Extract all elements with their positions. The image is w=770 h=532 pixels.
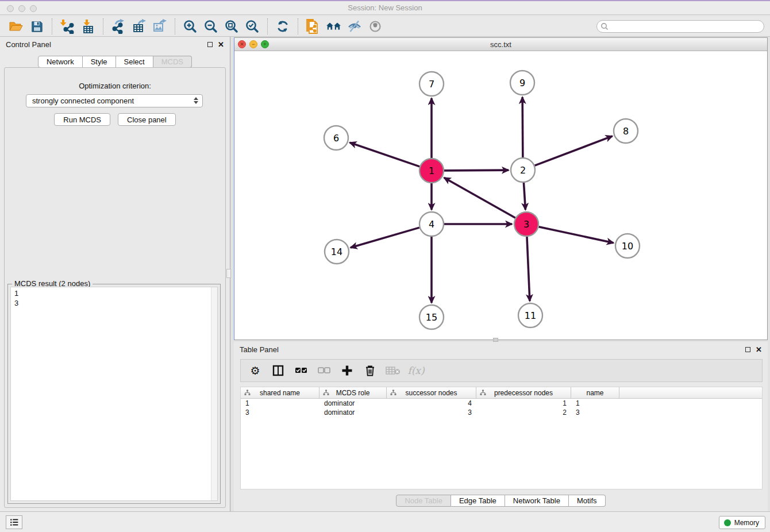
run-mcds-button[interactable]: Run MCDS — [54, 113, 110, 126]
tab-mcds[interactable]: MCDS — [153, 56, 192, 68]
network-canvas[interactable]: 7968124314101511 — [234, 51, 767, 340]
column-type-icon — [323, 390, 329, 396]
table-cell[interactable]: 3 — [241, 408, 319, 417]
table-row[interactable]: 3dominator323 — [241, 408, 762, 417]
network-frame-titlebar[interactable]: ✕ − + scc.txt — [234, 38, 767, 51]
graph-edge-2-8[interactable] — [535, 136, 613, 165]
unchecked-boxes-icon — [318, 367, 330, 375]
show-columns-button[interactable] — [270, 362, 287, 379]
export-network-icon — [111, 19, 126, 34]
tab-motifs[interactable]: Motifs — [569, 495, 606, 507]
memory-button[interactable]: Memory — [719, 516, 765, 529]
export-image-icon — [152, 19, 167, 34]
table-row[interactable]: 1dominator411 — [241, 399, 762, 408]
graph-node-4[interactable]: 4 — [419, 212, 444, 236]
table-cell[interactable]: dominator — [319, 408, 387, 417]
minimize-window-button[interactable] — [18, 5, 25, 12]
frame-maximize-button[interactable]: + — [261, 40, 269, 48]
zoom-in-button[interactable] — [180, 18, 201, 35]
select-all-columns-button[interactable] — [292, 362, 310, 379]
import-network-button[interactable] — [57, 18, 78, 35]
export-network-button[interactable] — [108, 18, 129, 35]
graph-node-11[interactable]: 11 — [518, 303, 542, 327]
graph-node-8[interactable]: 8 — [614, 119, 638, 143]
column-header-name[interactable]: name — [571, 387, 619, 398]
tab-edge-table[interactable]: Edge Table — [451, 495, 505, 507]
graph-edge-2-9[interactable] — [522, 97, 523, 157]
graph-edge-2-3[interactable] — [523, 183, 525, 210]
close-panel-button[interactable]: Close panel — [118, 113, 176, 126]
zoom-selected-button[interactable] — [242, 18, 263, 35]
table-cell[interactable]: 2 — [476, 408, 571, 417]
column-header-successor-nodes[interactable]: successor nodes — [387, 387, 476, 398]
graph-edge-3-1[interactable] — [444, 178, 515, 218]
close-panel-icon[interactable]: ✕ — [756, 346, 762, 353]
vertical-splitter-handle[interactable] — [226, 269, 231, 278]
export-image-button[interactable] — [149, 18, 170, 35]
tab-network[interactable]: Network — [38, 56, 83, 68]
tab-node-table[interactable]: Node Table — [396, 495, 451, 507]
column-header-predecessor-nodes[interactable]: predecessor nodes — [476, 387, 571, 398]
result-scrollbar[interactable] — [211, 287, 217, 500]
graph-edge-3-11[interactable] — [527, 237, 530, 301]
deselect-all-columns-button[interactable] — [315, 362, 333, 379]
table-panel-header: Table Panel ✕ — [234, 342, 768, 357]
table-cell[interactable]: 1 — [476, 399, 571, 408]
search-input[interactable] — [596, 20, 764, 33]
column-header-shared-name[interactable]: shared name — [241, 387, 319, 398]
table-settings-button[interactable]: ⚙ — [247, 362, 264, 379]
horizontal-splitter-handle[interactable] — [493, 338, 498, 342]
graph-node-6[interactable]: 6 — [324, 126, 348, 150]
optimization-criterion-select[interactable]: strongly connected component — [26, 94, 203, 107]
apply-layout-button[interactable] — [324, 18, 344, 35]
float-panel-icon[interactable] — [207, 42, 213, 47]
graph-node-9[interactable]: 9 — [510, 71, 534, 95]
zoom-fit-button[interactable] — [221, 18, 242, 35]
tab-select[interactable]: Select — [116, 56, 153, 68]
graph-edge-4-14[interactable] — [351, 228, 419, 248]
hide-selected-button[interactable] — [344, 18, 365, 35]
graph-node-15[interactable]: 15 — [419, 305, 444, 329]
table-cell[interactable]: 4 — [387, 399, 476, 408]
graph-node-10[interactable]: 10 — [615, 234, 640, 258]
save-session-button[interactable] — [26, 18, 47, 35]
table-cell[interactable]: 1 — [241, 399, 319, 408]
graph-node-14[interactable]: 14 — [325, 240, 349, 264]
graph-node-7[interactable]: 7 — [419, 72, 444, 96]
table-cell[interactable]: 1 — [571, 399, 619, 408]
graph-edge-1-6[interactable] — [350, 142, 420, 167]
new-network-from-selection-button[interactable] — [303, 18, 324, 35]
zoom-window-button[interactable] — [30, 5, 37, 12]
table-cell[interactable]: 3 — [571, 408, 619, 417]
graph-node-1[interactable]: 1 — [419, 159, 444, 183]
table-cell[interactable]: dominator — [319, 399, 387, 408]
refresh-view-button[interactable] — [272, 18, 293, 35]
open-session-button[interactable] — [6, 18, 26, 35]
zoom-out-button[interactable] — [201, 18, 221, 35]
show-all-button[interactable] — [365, 18, 386, 35]
add-column-button[interactable] — [338, 362, 356, 379]
table-cell[interactable]: 3 — [387, 408, 476, 417]
column-header-MCDS-role[interactable]: MCDS role — [319, 387, 387, 398]
delete-table-button[interactable] — [384, 362, 402, 379]
column-type-icon — [390, 390, 396, 396]
graph-edge-3-10[interactable] — [539, 227, 614, 243]
frame-close-button[interactable]: ✕ — [238, 40, 246, 48]
import-table-button[interactable] — [78, 18, 98, 35]
tab-network-table[interactable]: Network Table — [505, 495, 569, 507]
frame-minimize-button[interactable]: − — [249, 40, 257, 48]
checked-boxes-icon — [295, 367, 307, 375]
svg-text:11: 11 — [525, 310, 536, 321]
export-table-button[interactable] — [129, 18, 149, 35]
apply-function-button[interactable]: f(x) — [407, 362, 425, 379]
graph-edge-1-2[interactable] — [444, 170, 509, 171]
task-history-button[interactable] — [6, 515, 22, 529]
graph-node-3[interactable]: 3 — [514, 212, 538, 236]
float-panel-icon[interactable] — [745, 347, 750, 352]
close-panel-icon[interactable]: ✕ — [218, 41, 224, 48]
tab-style[interactable]: Style — [83, 56, 116, 68]
delete-column-button[interactable] — [361, 362, 379, 379]
mcds-result-textarea[interactable]: 13 — [10, 287, 218, 501]
close-window-button[interactable] — [7, 5, 14, 12]
graph-node-2[interactable]: 2 — [511, 158, 535, 182]
